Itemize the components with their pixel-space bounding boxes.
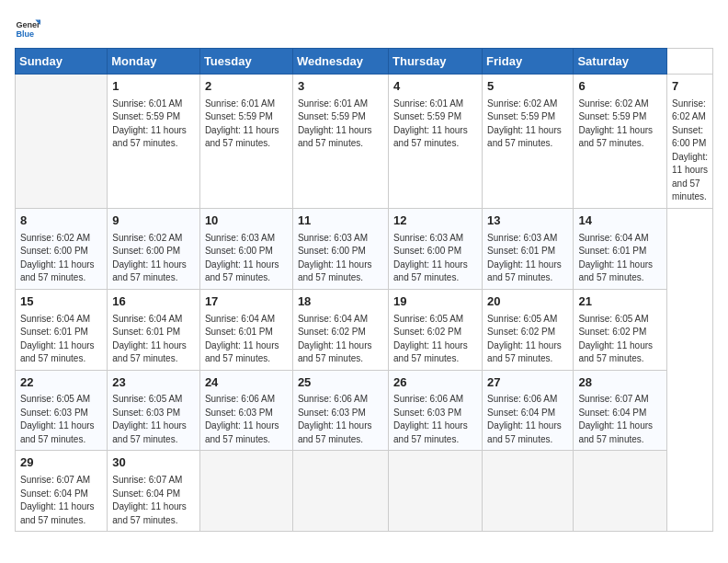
day-number: 21	[578, 293, 662, 311]
day-info: Sunrise: 6:03 AMSunset: 6:01 PMDaylight:…	[487, 232, 568, 285]
calendar-cell: 19Sunrise: 6:05 AMSunset: 6:02 PMDayligh…	[389, 289, 483, 370]
day-number: 12	[393, 213, 477, 230]
week-row-2: 8Sunrise: 6:02 AMSunset: 6:00 PMDaylight…	[16, 208, 713, 289]
day-number: 3	[298, 78, 383, 96]
day-info: Sunrise: 6:02 AMSunset: 6:00 PMDaylight:…	[672, 98, 708, 204]
logo-icon: General Blue	[15, 15, 40, 40]
header-thursday: Thursday	[389, 49, 483, 75]
header-monday: Monday	[108, 49, 200, 75]
calendar-cell: 26Sunrise: 6:06 AMSunset: 6:03 PMDayligh…	[389, 370, 483, 451]
day-number: 11	[298, 213, 383, 230]
calendar-table: SundayMondayTuesdayWednesdayThursdayFrid…	[15, 48, 713, 532]
day-number: 16	[112, 293, 195, 311]
calendar-cell: 3Sunrise: 6:01 AMSunset: 5:59 PMDaylight…	[292, 75, 388, 209]
day-info: Sunrise: 6:06 AMSunset: 6:03 PMDaylight:…	[205, 393, 288, 446]
day-number: 30	[112, 454, 195, 472]
day-info: Sunrise: 6:01 AMSunset: 5:59 PMDaylight:…	[393, 98, 477, 151]
calendar-header-row: SundayMondayTuesdayWednesdayThursdayFrid…	[16, 49, 713, 75]
svg-text:General: General	[16, 20, 40, 29]
day-info: Sunrise: 6:04 AMSunset: 6:01 PMDaylight:…	[578, 232, 662, 285]
day-number: 14	[578, 213, 662, 230]
day-number: 28	[578, 374, 662, 392]
day-number: 4	[393, 78, 477, 96]
calendar-cell: 15Sunrise: 6:04 AMSunset: 6:01 PMDayligh…	[16, 289, 108, 370]
day-info: Sunrise: 6:02 AMSunset: 5:59 PMDaylight:…	[578, 98, 662, 151]
calendar-cell: 5Sunrise: 6:02 AMSunset: 5:59 PMDaylight…	[483, 75, 574, 209]
day-number: 24	[205, 374, 288, 392]
day-number: 8	[20, 213, 102, 230]
day-info: Sunrise: 6:06 AMSunset: 6:03 PMDaylight:…	[393, 393, 477, 446]
day-number: 26	[393, 374, 477, 392]
calendar-cell: 20Sunrise: 6:05 AMSunset: 6:02 PMDayligh…	[483, 289, 574, 370]
day-info: Sunrise: 6:06 AMSunset: 6:03 PMDaylight:…	[298, 393, 383, 446]
day-info: Sunrise: 6:05 AMSunset: 6:02 PMDaylight:…	[393, 313, 477, 366]
day-info: Sunrise: 6:07 AMSunset: 6:04 PMDaylight:…	[578, 393, 662, 446]
calendar-cell: 22Sunrise: 6:05 AMSunset: 6:03 PMDayligh…	[16, 370, 108, 451]
day-info: Sunrise: 6:05 AMSunset: 6:03 PMDaylight:…	[20, 393, 102, 446]
logo: General Blue	[15, 15, 40, 40]
day-number: 19	[393, 293, 477, 311]
day-number: 22	[20, 374, 102, 392]
calendar-cell: 16Sunrise: 6:04 AMSunset: 6:01 PMDayligh…	[108, 289, 200, 370]
calendar-cell: 11Sunrise: 6:03 AMSunset: 6:00 PMDayligh…	[292, 208, 388, 289]
day-number: 2	[205, 78, 288, 96]
header-tuesday: Tuesday	[199, 49, 292, 75]
calendar-cell	[199, 451, 292, 532]
calendar-cell: 27Sunrise: 6:06 AMSunset: 6:04 PMDayligh…	[483, 370, 574, 451]
day-info: Sunrise: 6:04 AMSunset: 6:01 PMDaylight:…	[112, 313, 195, 366]
calendar-cell: 17Sunrise: 6:04 AMSunset: 6:01 PMDayligh…	[199, 289, 292, 370]
week-row-1: 1Sunrise: 6:01 AMSunset: 5:59 PMDaylight…	[16, 75, 713, 209]
day-info: Sunrise: 6:04 AMSunset: 6:01 PMDaylight:…	[20, 313, 102, 366]
day-info: Sunrise: 6:01 AMSunset: 5:59 PMDaylight:…	[205, 98, 288, 151]
day-number: 29	[20, 454, 102, 472]
calendar-cell: 28Sunrise: 6:07 AMSunset: 6:04 PMDayligh…	[574, 370, 667, 451]
calendar-cell	[483, 451, 574, 532]
calendar-cell: 13Sunrise: 6:03 AMSunset: 6:01 PMDayligh…	[483, 208, 574, 289]
day-info: Sunrise: 6:04 AMSunset: 6:01 PMDaylight:…	[205, 313, 288, 366]
calendar-cell: 23Sunrise: 6:05 AMSunset: 6:03 PMDayligh…	[108, 370, 200, 451]
week-row-3: 15Sunrise: 6:04 AMSunset: 6:01 PMDayligh…	[16, 289, 713, 370]
day-number: 5	[487, 78, 568, 96]
calendar-cell: 8Sunrise: 6:02 AMSunset: 6:00 PMDaylight…	[16, 208, 108, 289]
day-info: Sunrise: 6:02 AMSunset: 6:00 PMDaylight:…	[112, 232, 195, 285]
calendar-cell: 30Sunrise: 6:07 AMSunset: 6:04 PMDayligh…	[108, 451, 200, 532]
day-info: Sunrise: 6:01 AMSunset: 5:59 PMDaylight:…	[112, 98, 195, 151]
day-number: 18	[298, 293, 383, 311]
day-number: 7	[672, 78, 708, 96]
calendar-cell: 2Sunrise: 6:01 AMSunset: 5:59 PMDaylight…	[199, 75, 292, 209]
day-info: Sunrise: 6:05 AMSunset: 6:03 PMDaylight:…	[112, 393, 195, 446]
day-number: 25	[298, 374, 383, 392]
day-number: 23	[112, 374, 195, 392]
calendar-cell	[16, 75, 108, 209]
header-saturday: Saturday	[574, 49, 667, 75]
day-info: Sunrise: 6:05 AMSunset: 6:02 PMDaylight:…	[487, 313, 568, 366]
header-sunday: Sunday	[16, 49, 108, 75]
calendar-cell: 21Sunrise: 6:05 AMSunset: 6:02 PMDayligh…	[574, 289, 667, 370]
day-info: Sunrise: 6:04 AMSunset: 6:02 PMDaylight:…	[298, 313, 383, 366]
calendar-cell	[389, 451, 483, 532]
calendar-cell	[292, 451, 388, 532]
day-number: 1	[112, 78, 195, 96]
day-number: 9	[112, 213, 195, 230]
header-wednesday: Wednesday	[292, 49, 388, 75]
svg-text:Blue: Blue	[16, 29, 34, 39]
calendar-cell: 25Sunrise: 6:06 AMSunset: 6:03 PMDayligh…	[292, 370, 388, 451]
day-info: Sunrise: 6:03 AMSunset: 6:00 PMDaylight:…	[298, 232, 383, 285]
calendar-cell: 4Sunrise: 6:01 AMSunset: 5:59 PMDaylight…	[389, 75, 483, 209]
calendar-cell: 18Sunrise: 6:04 AMSunset: 6:02 PMDayligh…	[292, 289, 388, 370]
calendar-cell: 7Sunrise: 6:02 AMSunset: 6:00 PMDaylight…	[667, 75, 713, 209]
day-info: Sunrise: 6:02 AMSunset: 6:00 PMDaylight:…	[20, 232, 102, 285]
day-info: Sunrise: 6:07 AMSunset: 6:04 PMDaylight:…	[112, 474, 195, 527]
day-number: 6	[578, 78, 662, 96]
header: General Blue	[15, 15, 713, 40]
calendar-cell: 12Sunrise: 6:03 AMSunset: 6:00 PMDayligh…	[389, 208, 483, 289]
day-number: 27	[487, 374, 568, 392]
calendar-cell: 9Sunrise: 6:02 AMSunset: 6:00 PMDaylight…	[108, 208, 200, 289]
day-info: Sunrise: 6:07 AMSunset: 6:04 PMDaylight:…	[20, 474, 102, 527]
calendar-cell: 6Sunrise: 6:02 AMSunset: 5:59 PMDaylight…	[574, 75, 667, 209]
day-info: Sunrise: 6:02 AMSunset: 5:59 PMDaylight:…	[487, 98, 568, 151]
day-number: 13	[487, 213, 568, 230]
calendar-cell: 14Sunrise: 6:04 AMSunset: 6:01 PMDayligh…	[574, 208, 667, 289]
day-number: 10	[205, 213, 288, 230]
week-row-5: 29Sunrise: 6:07 AMSunset: 6:04 PMDayligh…	[16, 451, 713, 532]
